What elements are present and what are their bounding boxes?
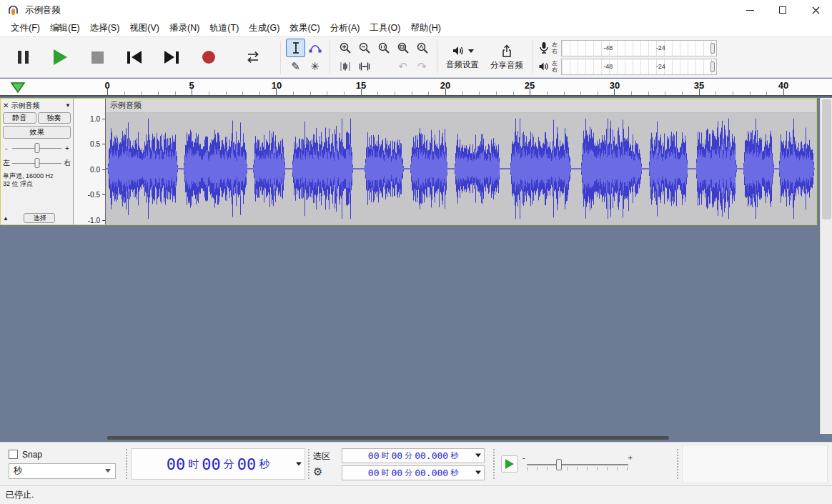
close-button[interactable] bbox=[799, 0, 832, 20]
playback-volume-slider[interactable] bbox=[710, 61, 715, 72]
meter-tick-label: -24 bbox=[656, 44, 665, 51]
audio-track: ✕ 示例音频 ▼ 静音 独奏 效果 - + 左 右 单声道, 16000 Hz bbox=[0, 98, 817, 225]
multi-tool-button[interactable]: ✳ bbox=[305, 57, 325, 76]
snap-unit-select[interactable]: 秒 bbox=[9, 463, 116, 479]
speed-slider-ticks bbox=[527, 467, 628, 470]
toolbar-grip[interactable] bbox=[492, 448, 496, 480]
trim-audio-button[interactable] bbox=[335, 57, 355, 76]
menu-generate[interactable]: 生成(G) bbox=[244, 21, 284, 36]
zoom-toggle-button[interactable] bbox=[412, 39, 432, 57]
audacity-logo-icon bbox=[7, 4, 19, 16]
menu-tracks[interactable]: 轨道(T) bbox=[204, 21, 244, 36]
gain-slider-thumb[interactable] bbox=[34, 143, 39, 153]
undo-button[interactable]: ↶ bbox=[393, 57, 412, 76]
vertical-scale-ruler[interactable]: 1.0 0.5 0.0 -0.5 -1.0 bbox=[74, 99, 106, 224]
gain-slider[interactable] bbox=[12, 143, 61, 153]
waveform-canvas[interactable] bbox=[106, 113, 815, 224]
maximize-icon bbox=[779, 6, 786, 14]
menu-edit[interactable]: 编辑(E) bbox=[45, 21, 85, 36]
sel-start-hours[interactable]: 00 bbox=[368, 450, 380, 461]
play-button[interactable] bbox=[44, 41, 76, 73]
position-seconds[interactable]: 00 bbox=[237, 455, 257, 473]
pause-button[interactable] bbox=[7, 41, 39, 73]
track-name-overlay: 示例音频 bbox=[110, 100, 142, 111]
dropdown-arrow-icon[interactable] bbox=[296, 463, 302, 466]
track-menu-caret-icon[interactable]: ▼ bbox=[65, 102, 71, 109]
timeline-options-button[interactable] bbox=[10, 81, 26, 94]
transport-toolbar bbox=[0, 41, 277, 73]
menu-help[interactable]: 帮助(H) bbox=[405, 21, 445, 36]
toolbar-grip[interactable] bbox=[307, 448, 311, 480]
solo-button[interactable]: 独奏 bbox=[38, 112, 71, 124]
collapse-track-button[interactable]: ▲ bbox=[3, 215, 9, 222]
vertical-scrollbar[interactable] bbox=[820, 98, 832, 434]
selection-start-display[interactable]: 00 时 00 分 00.000 秒 bbox=[342, 448, 485, 463]
toolbar-grip[interactable] bbox=[125, 448, 129, 480]
recording-meter[interactable]: 左右 -48 -24 bbox=[538, 40, 717, 56]
skip-to-end-button[interactable] bbox=[156, 41, 187, 73]
playback-meter[interactable]: 左右 -48 -24 bbox=[538, 59, 717, 75]
stop-button[interactable] bbox=[81, 41, 113, 73]
share-audio-button[interactable]: 分享音频 bbox=[485, 39, 529, 75]
silence-audio-button[interactable] bbox=[355, 57, 374, 76]
dropdown-arrow-icon[interactable] bbox=[475, 471, 481, 475]
position-minutes[interactable]: 00 bbox=[202, 455, 221, 473]
position-hours[interactable]: 00 bbox=[167, 455, 186, 473]
sel-start-minutes-unit: 分 bbox=[405, 450, 412, 461]
scale-label: -1.0 bbox=[88, 217, 100, 224]
minimize-button[interactable] bbox=[733, 0, 766, 20]
fit-selection-button[interactable] bbox=[374, 39, 393, 57]
sel-start-seconds-unit: 秒 bbox=[450, 450, 458, 461]
selection-end-display[interactable]: 00 时 00 分 00.000 秒 bbox=[342, 465, 485, 480]
recording-meter-scale[interactable]: -48 -24 bbox=[561, 40, 717, 56]
pan-slider[interactable] bbox=[12, 158, 61, 168]
waveform-area[interactable]: 示例音频 bbox=[106, 99, 816, 224]
menu-select[interactable]: 选择(S) bbox=[85, 21, 125, 36]
record-button[interactable] bbox=[193, 41, 224, 73]
menu-tools[interactable]: 工具(O) bbox=[365, 21, 405, 36]
skip-to-start-button[interactable] bbox=[119, 41, 150, 73]
maximize-button[interactable] bbox=[766, 0, 799, 20]
fit-project-button[interactable] bbox=[393, 39, 412, 57]
menu-transport[interactable]: 播录(N) bbox=[164, 21, 204, 36]
timeline-ruler[interactable]: 0 5 10 15 20 25 30 35 40 bbox=[0, 79, 832, 97]
horizontal-scrollbar-thumb[interactable] bbox=[107, 436, 669, 440]
select-track-button[interactable]: 选择 bbox=[24, 213, 55, 223]
track-name-strip[interactable]: 示例音频 bbox=[106, 99, 816, 113]
envelope-tool-button[interactable] bbox=[305, 39, 325, 57]
effects-button[interactable]: 效果 bbox=[3, 126, 71, 139]
sel-end-minutes[interactable]: 00 bbox=[392, 468, 403, 478]
sel-end-hours[interactable]: 00 bbox=[368, 468, 380, 478]
snap-checkbox[interactable] bbox=[9, 450, 18, 459]
audio-position-display[interactable]: 00 时 00 分 00 秒 bbox=[131, 448, 305, 480]
gear-icon[interactable]: ⚙ bbox=[313, 465, 322, 478]
track-close-button[interactable]: ✕ bbox=[3, 102, 9, 109]
selection-tool-button[interactable] bbox=[286, 39, 305, 57]
recording-volume-slider[interactable] bbox=[710, 43, 715, 54]
sel-start-seconds[interactable]: 00.000 bbox=[415, 450, 448, 461]
menu-analyze[interactable]: 分析(A) bbox=[325, 21, 365, 36]
vertical-scrollbar-thumb[interactable] bbox=[822, 99, 831, 219]
sel-start-minutes[interactable]: 00 bbox=[392, 450, 403, 461]
menu-file[interactable]: 文件(F) bbox=[6, 21, 45, 36]
zoom-in-button[interactable] bbox=[335, 39, 355, 57]
menu-view[interactable]: 视图(V) bbox=[124, 21, 164, 36]
zoom-out-button[interactable] bbox=[355, 39, 374, 57]
draw-tool-button[interactable]: ✎ bbox=[286, 57, 305, 76]
track-name[interactable]: 示例音频 bbox=[11, 101, 63, 111]
dropdown-arrow-icon[interactable] bbox=[475, 454, 481, 458]
playback-meter-scale[interactable]: -48 -24 bbox=[561, 59, 717, 75]
sel-end-seconds[interactable]: 00.000 bbox=[415, 468, 448, 478]
loop-button[interactable] bbox=[237, 41, 269, 73]
pan-slider-thumb[interactable] bbox=[34, 158, 39, 168]
audio-setup-button[interactable]: 音频设置 bbox=[440, 39, 485, 75]
playback-speed-slider[interactable]: - + bbox=[524, 453, 631, 475]
toolbar-grip[interactable] bbox=[676, 448, 680, 480]
tools-toolbar: ✎ ✳ bbox=[286, 39, 325, 76]
speed-slider-thumb[interactable] bbox=[556, 459, 562, 470]
status-text: 已停止. bbox=[6, 489, 34, 501]
menu-effect[interactable]: 效果(C) bbox=[284, 21, 325, 36]
redo-button[interactable]: ↷ bbox=[412, 57, 432, 76]
play-at-speed-button[interactable] bbox=[501, 455, 518, 473]
mute-button[interactable]: 静音 bbox=[3, 112, 36, 124]
